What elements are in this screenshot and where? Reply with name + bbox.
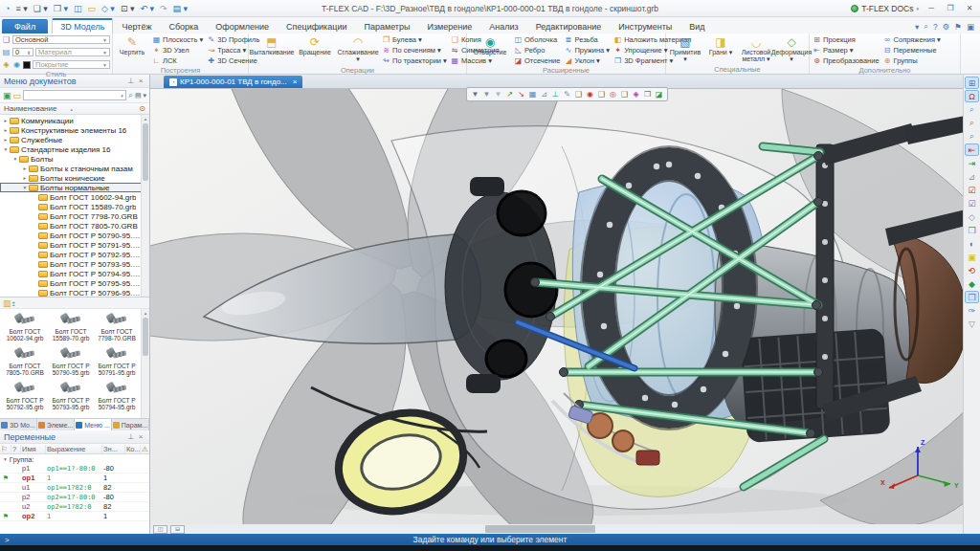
menubar-utility-icon[interactable]: ▾	[915, 22, 919, 32]
quick-access-icon[interactable]: ▤ ▾	[172, 2, 189, 15]
view-toolbar-icon[interactable]: ⊿	[965, 170, 979, 183]
ribbon-big-button[interactable]: ▧Примитив ▾	[668, 34, 702, 65]
filter-toolbar-icon[interactable]: ◈	[631, 88, 641, 100]
ribbon-tab[interactable]: Спецификации	[278, 19, 355, 33]
style-select[interactable]: Основной▼	[12, 35, 110, 44]
tree-row[interactable]: Болт ГОСТ 15589-70.grb ⊙	[0, 202, 149, 211]
close-icon[interactable]: ×	[136, 77, 145, 85]
ribbon-item[interactable]: ≋По сечениям ▾	[381, 45, 448, 55]
ribbon-tab[interactable]: 3D Модель	[52, 18, 113, 33]
quick-access-icon[interactable]: ↷	[159, 2, 168, 15]
tree-row[interactable]: ▸ Коммуникации ⊙	[0, 116, 149, 125]
ribbon-tab[interactable]: Чертёж	[113, 19, 160, 33]
view-toolbar-icon[interactable]: ▽	[965, 318, 979, 330]
filter-toolbar-icon[interactable]: ↗	[504, 88, 515, 100]
tree-row[interactable]: ▾ Болты нормальные ⊙	[0, 183, 149, 192]
variables-group-row[interactable]: ▾ Группа:	[0, 454, 149, 464]
dock-tab[interactable]: Элеме...	[37, 419, 75, 430]
filter-toolbar-icon[interactable]: ⊿	[539, 88, 549, 100]
filter-toolbar-icon[interactable]: ✎	[562, 88, 572, 100]
quick-access-icon[interactable]: ▭	[86, 2, 97, 15]
variable-expression[interactable]: op2==1?82:0	[46, 503, 102, 511]
3d-model-scene[interactable]: X Y Z	[150, 89, 963, 524]
coating-select[interactable]: Покрытие▼	[33, 60, 110, 69]
tree-row[interactable]: ▾ Болты ⊙	[0, 154, 149, 164]
view-toolbar-icon[interactable]: ✑	[965, 304, 979, 317]
tree-column-header[interactable]: Наименование ▴ ⊙	[0, 103, 149, 115]
open-folder-icon[interactable]: ▭	[13, 91, 22, 100]
quick-access-icon[interactable]: ↶ ▾	[139, 2, 155, 15]
split-horizontal-button[interactable]: ◫	[153, 525, 167, 534]
document-thumbnail[interactable]: Болт ГОСТ 15589-70.grb	[48, 311, 94, 342]
variable-expression[interactable]: op1==1?82:0	[46, 484, 102, 492]
view-toolbar-icon[interactable]: ⌕	[965, 130, 979, 143]
view-toolbar-icon[interactable]: ❒	[965, 224, 979, 236]
expander-icon[interactable]: ▸	[2, 127, 10, 133]
document-thumbnail[interactable]: Болт ГОСТ 10602-94.grb	[2, 311, 48, 342]
ribbon-tab[interactable]: Измерение	[418, 19, 480, 33]
ribbon-tab[interactable]: Оформление	[207, 19, 278, 33]
model-viewport[interactable]: ◔ КР1-000-000-01 ТВД в гондо... × ✜ ▼▼▼↗…	[150, 75, 963, 534]
ribbon-item[interactable]: ⊞Проекция	[812, 34, 880, 45]
quick-access-icon[interactable]: ❒ ▾	[53, 2, 69, 15]
minimize-button[interactable]: ─	[924, 4, 938, 12]
ribbon-big-button[interactable]: ◇Деформация ▾	[774, 34, 809, 65]
expander-icon[interactable]: ▸	[2, 137, 10, 143]
ribbon-item[interactable]: ⌖3D Узел	[151, 45, 204, 55]
ribbon-big-button[interactable]: ◉Отверстие	[469, 34, 511, 66]
ribbon-big-button[interactable]: ◨Грани ▾	[703, 34, 738, 65]
tree-row[interactable]: ▾ Стандартные изделия 16 ⊙	[0, 144, 149, 154]
split-vertical-button[interactable]: ⊟	[170, 525, 185, 534]
ribbon-tab[interactable]: Инструменты	[610, 19, 680, 33]
variable-row[interactable]: ⚑ op2 1 1	[0, 512, 149, 521]
add-folder-icon[interactable]: ▣	[3, 91, 11, 100]
menubar-utility-icon[interactable]: ?	[933, 22, 938, 32]
ribbon-big-button[interactable]: ◠Сглаживание ▾	[337, 34, 379, 66]
view-mode-icon[interactable]: ▤ ▾	[135, 92, 146, 99]
variable-row[interactable]: u1 op1==1?82:0 82	[0, 483, 149, 493]
tree-row[interactable]: Болт ГОСТ Р 50794-95.grb ⊙	[0, 269, 149, 278]
filter-toolbar-icon[interactable]: ◪	[654, 88, 664, 100]
expander-icon[interactable]: ▸	[21, 175, 29, 181]
filter-toolbar-icon[interactable]: ◎	[608, 88, 618, 100]
view-toolbar-icon[interactable]: Ω	[965, 90, 979, 102]
view-toolbar-icon[interactable]: ⌕	[965, 103, 979, 116]
view-toolbar-icon[interactable]: ◇	[965, 210, 979, 223]
filter-toolbar-icon[interactable]: ↘	[516, 88, 526, 100]
variable-row[interactable]: ⚑ op1 1 1	[0, 474, 149, 483]
ribbon-item[interactable]: ⊛Преобразование	[812, 55, 880, 66]
variables-header-row[interactable]: ⚐ ? Имя Выражение Зн... Ко... ⚠	[0, 444, 149, 454]
filter-toolbar-icon[interactable]: ◉	[585, 88, 595, 100]
expander-icon[interactable]: ▾	[21, 185, 29, 190]
dock-tab[interactable]: 3D Мо...	[0, 419, 37, 430]
view-toolbar-icon[interactable]: ☑	[965, 184, 979, 196]
expander-icon[interactable]: ▾	[4, 456, 7, 462]
ribbon-item[interactable]: ∟ЛСК	[151, 55, 204, 66]
close-tab-icon[interactable]: ×	[293, 77, 298, 86]
tree-row[interactable]: ▸ Конструктивные элементы 16 ⊙	[0, 125, 149, 135]
ribbon-tab[interactable]: Вид	[680, 19, 713, 33]
view-toolbar-icon[interactable]: ▣	[965, 251, 979, 263]
ribbon-tab[interactable]: Файл	[2, 19, 48, 33]
tree-row[interactable]: Болт ГОСТ 7805-70.GRB ⊙	[0, 221, 149, 231]
quick-access-icon[interactable]: ⊡ ▾	[120, 2, 136, 15]
view-toolbar-icon[interactable]: ❒	[965, 291, 979, 303]
quick-access-icon[interactable]: ❏ ▾	[33, 2, 49, 15]
expander-icon[interactable]: ▸	[21, 165, 29, 171]
close-icon[interactable]: ×	[136, 432, 145, 441]
pin-icon[interactable]: ⊥	[126, 77, 136, 85]
tree-row[interactable]: Болт ГОСТ 7798-70.GRB ⊙	[0, 211, 149, 221]
tree-row[interactable]: ▸ Болты конические ⊙	[0, 173, 149, 183]
filter-toolbar-icon[interactable]: ▼	[481, 88, 492, 100]
document-thumbnail[interactable]: Болт ГОСТ 7805-70.GRB	[2, 345, 48, 377]
previews-scrollbar[interactable]: ▴	[141, 309, 149, 418]
ribbon-item[interactable]: ⇤Размер ▾	[812, 45, 880, 55]
tflex-docs-button[interactable]: T-FLEX DOCs ▾	[851, 4, 919, 13]
ribbon-item[interactable]: ∞Сопряжения ▾	[882, 34, 942, 45]
variable-row[interactable]: u2 op2==1?82:0 82	[0, 502, 149, 512]
variable-expression[interactable]: 1	[46, 474, 102, 482]
tree-row[interactable]: Болт ГОСТ Р 50791-95.grb ⊙	[0, 240, 149, 250]
tree-row[interactable]: Болт ГОСТ Р 50790-95.grb ⊙	[0, 231, 149, 240]
ribbon-item[interactable]: ▦Плоскость ▾	[151, 34, 204, 45]
search-icon[interactable]: ⌕	[128, 90, 133, 100]
